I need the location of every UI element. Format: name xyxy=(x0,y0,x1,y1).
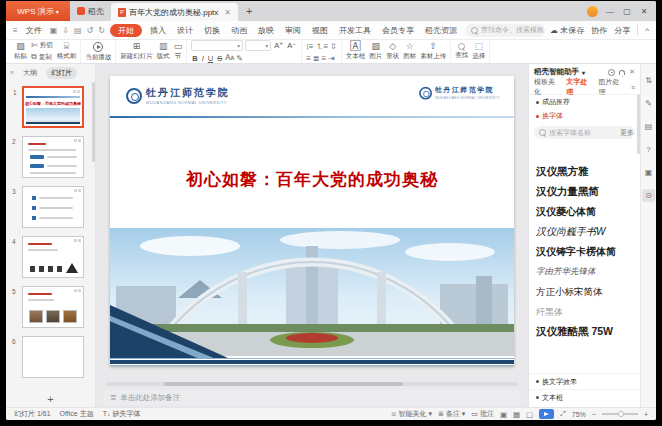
align-center-icon[interactable]: ≣ xyxy=(313,54,320,63)
slide-title[interactable]: 初心如磐：百年大党的成功奥秘 xyxy=(110,168,514,191)
cut-button[interactable]: ✄剪切 xyxy=(31,41,53,50)
thumbnail-scrollbar[interactable] xyxy=(92,82,95,162)
font-option[interactable]: 汉仪力量黑简 xyxy=(536,182,629,202)
menu-tab-daoke-res[interactable]: 稻壳资源 xyxy=(422,24,460,37)
slide-thumbnail-3[interactable]: 3 xyxy=(22,186,84,228)
text-effect-section[interactable]: 换文字效果 xyxy=(529,373,640,389)
thumb-beautify-button[interactable] xyxy=(73,90,80,93)
font-option[interactable]: 汉仪铸字卡楞体简 xyxy=(536,242,629,262)
change-font-link[interactable]: 换字体 xyxy=(529,109,640,123)
font-name-select[interactable]: ▾ xyxy=(191,40,243,51)
tab-document[interactable]: P 百年大党的成功奥秘.pptx ✕ xyxy=(111,3,238,21)
zoom-level[interactable]: 75% xyxy=(572,411,586,418)
zoom-slider[interactable] xyxy=(602,413,638,415)
align-left-icon[interactable]: ≡ xyxy=(306,54,311,63)
strikethrough-button[interactable]: S xyxy=(216,54,223,63)
font-option[interactable]: 字由芳华先锋体 xyxy=(536,262,629,282)
text-direction-icon[interactable]: ⇥ xyxy=(328,54,335,63)
wps-app-button[interactable]: WPS 演示 ▾ xyxy=(6,1,70,21)
undo-icon[interactable]: ↺ xyxy=(87,26,94,35)
horizontal-scrollbar[interactable] xyxy=(106,382,518,386)
command-search-input[interactable]: 查找命令、搜索模板 xyxy=(465,24,545,37)
assistant-icon[interactable]: ⊙ xyxy=(642,189,655,202)
layout-button[interactable]: ▥ 版式 xyxy=(157,42,170,61)
decrease-font-button[interactable]: A⁻ xyxy=(286,41,297,50)
thumb-beautify-button[interactable] xyxy=(74,289,81,292)
font-size-select[interactable]: ▾ xyxy=(245,40,271,51)
more-menu-icon[interactable]: ≡ xyxy=(631,84,635,91)
slide-sorter-icon[interactable]: ▦ xyxy=(513,410,520,419)
image-library-icon[interactable]: ▣ xyxy=(642,166,655,179)
notes-toggle-button[interactable]: ≣ 备注 ▾ xyxy=(438,409,465,419)
highlight-color-icon[interactable]: ✎ xyxy=(236,54,243,63)
menu-file[interactable]: 文件 xyxy=(23,24,45,37)
notes-input[interactable]: ≣ 单击此处添加备注 xyxy=(104,390,520,405)
slide-thumbnail-2[interactable]: 2 xyxy=(22,136,84,178)
tab-slides[interactable]: 幻灯片 xyxy=(46,67,77,79)
bold-button[interactable]: B xyxy=(191,54,198,63)
picture-button[interactable]: ▨ 图片 xyxy=(369,42,382,61)
share-button[interactable]: 分享 xyxy=(614,25,630,36)
find-button[interactable]: 查找 xyxy=(455,43,468,60)
play-from-current-button[interactable]: 当前播放 xyxy=(85,42,111,62)
minimize-icon[interactable]: — xyxy=(605,7,615,16)
font-option[interactable]: 汉仪菱心体简 xyxy=(536,202,629,222)
chevron-down-icon[interactable]: ▾ xyxy=(582,69,585,76)
icon-library-button[interactable]: ☆ 图标 xyxy=(403,42,416,61)
slide-editor[interactable]: 牡丹江师范学院 MUDANJIANG NORMAL UNIVERSITY 牡丹江… xyxy=(110,76,514,366)
user-avatar[interactable] xyxy=(587,6,598,17)
maximize-icon[interactable]: ▢ xyxy=(622,7,632,16)
save-icon[interactable]: ▣ xyxy=(50,26,58,35)
print-icon[interactable]: ▤ xyxy=(74,26,82,35)
paste-button[interactable]: ▧ 粘贴 xyxy=(14,42,27,61)
collapse-ribbon-icon[interactable]: ^ xyxy=(645,26,649,35)
font-option[interactable]: 汉仪尚巍手书W xyxy=(536,222,629,242)
close-window-icon[interactable]: ✕ xyxy=(639,7,649,16)
numbering-icon[interactable]: ⒈≡ xyxy=(315,41,328,52)
font-option[interactable]: 纤黑体 xyxy=(536,302,629,322)
font-option[interactable]: 方正小标宋简体 xyxy=(536,282,629,302)
collapse-panel-icon[interactable]: « xyxy=(10,69,14,76)
menu-tab-insert[interactable]: 插入 xyxy=(147,24,169,37)
menu-tab-animation[interactable]: 动画 xyxy=(228,24,250,37)
collaborate-button[interactable]: 协作 xyxy=(591,25,607,36)
beautify-icon[interactable]: ✎ xyxy=(642,97,655,110)
font-option[interactable]: 汉仪黑方雅 xyxy=(536,162,629,182)
design-layout-icon[interactable]: ▤ xyxy=(642,120,655,133)
text-box-section[interactable]: 文本框 xyxy=(529,389,640,405)
reading-view-icon[interactable]: ▢ xyxy=(526,410,533,419)
cloud-save-status[interactable]: ☁ 未保存 xyxy=(550,25,584,36)
menu-tab-view[interactable]: 视图 xyxy=(309,24,331,37)
line-spacing-icon[interactable]: ⇳ xyxy=(330,42,337,51)
slideshow-play-button[interactable] xyxy=(539,409,554,419)
zoom-out-button[interactable]: − xyxy=(592,411,596,418)
ai-beautify-button[interactable]: ⊙ 智能美化 ▾ xyxy=(391,409,432,419)
slide-thumbnail-6[interactable]: 6 xyxy=(22,336,84,378)
theme-name[interactable]: Office 主题 xyxy=(60,409,94,419)
thumb-beautify-button[interactable] xyxy=(74,239,81,242)
section-button[interactable]: ▭ 节 xyxy=(174,42,183,61)
export-icon[interactable]: ⇩ xyxy=(62,26,69,35)
properties-icon[interactable]: ⇅ xyxy=(642,74,655,87)
thumb-beautify-button[interactable] xyxy=(74,139,81,142)
tab-text-process[interactable]: 文字处理 xyxy=(566,77,593,97)
menu-tab-devtools[interactable]: 开发工具 xyxy=(336,24,374,37)
hamburger-icon[interactable]: ≡ xyxy=(13,26,18,35)
font-option[interactable]: 汉仪雅酷黑 75W xyxy=(536,322,629,342)
panel-scrollbar[interactable] xyxy=(637,94,640,154)
menu-tab-home[interactable]: 开始 xyxy=(110,24,142,37)
zoom-knob[interactable] xyxy=(618,411,624,417)
align-right-icon[interactable]: ≡ xyxy=(322,54,327,63)
more-link[interactable]: 更多 xyxy=(620,128,634,138)
normal-view-icon[interactable]: ▣ xyxy=(500,410,507,419)
bell-icon[interactable] xyxy=(619,70,625,75)
menu-tab-transition[interactable]: 切换 xyxy=(201,24,223,37)
gear-icon[interactable] xyxy=(608,69,615,76)
thumb-beautify-button[interactable] xyxy=(74,189,81,192)
underline-button[interactable]: U xyxy=(207,54,214,63)
increase-font-button[interactable]: A⁺ xyxy=(273,41,284,50)
tab-template-beautify[interactable]: 模板美化 xyxy=(534,77,561,97)
material-upload-button[interactable]: ⇧ 素材上传 xyxy=(420,42,446,61)
zoom-in-button[interactable]: + xyxy=(644,411,648,418)
slide-thumbnail-4[interactable]: 4 xyxy=(22,236,84,278)
